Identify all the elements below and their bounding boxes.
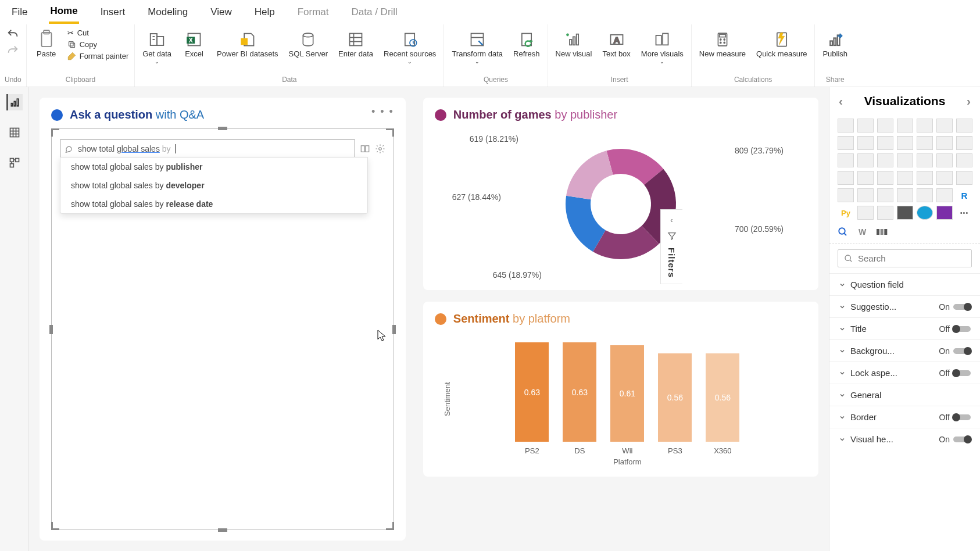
more-visuals-button[interactable]: More visuals⌄ xyxy=(639,28,685,66)
format-section-suggestio[interactable]: Suggestio...On xyxy=(829,295,980,317)
new-measure-button[interactable]: New measure xyxy=(698,28,747,60)
toggle-backgrou[interactable]: On xyxy=(939,346,971,356)
viz-type-button[interactable] xyxy=(917,206,933,220)
viz-type-button[interactable] xyxy=(956,171,972,185)
copy-button[interactable]: Copy xyxy=(67,40,129,49)
viz-type-button[interactable] xyxy=(838,153,854,167)
format-section-title[interactable]: TitleOff xyxy=(829,317,980,339)
qna-visual[interactable]: Ask a question with Q&A • • • show total… xyxy=(40,98,406,541)
viz-type-button[interactable] xyxy=(936,171,953,185)
viz-type-button[interactable] xyxy=(857,136,874,150)
sql-button[interactable]: SQL Server xyxy=(287,28,330,60)
bar-item[interactable]: 0.63DS xyxy=(563,342,596,455)
viz-type-button[interactable] xyxy=(857,153,874,167)
refresh-button[interactable]: Refresh xyxy=(512,28,542,60)
donut-visual[interactable]: Number of games by publisher 619 (18.21%… xyxy=(423,98,818,290)
qna-suggestion-3[interactable]: show total global sales by release date xyxy=(60,195,367,213)
menu-format[interactable]: Format xyxy=(296,2,330,23)
viz-type-button[interactable] xyxy=(897,119,913,133)
viz-type-button[interactable] xyxy=(877,188,893,202)
format-painter-button[interactable]: Format painter xyxy=(67,51,129,61)
cut-button[interactable]: ✂Cut xyxy=(67,28,129,38)
donut-chart[interactable]: 619 (18.21%) 809 (23.79%) 627 (18.44%) 7… xyxy=(435,128,807,280)
toggle-border[interactable]: Off xyxy=(939,413,971,422)
format-section-general[interactable]: General xyxy=(829,384,980,406)
filters-pane-collapsed[interactable]: ‹ Filters xyxy=(660,209,682,284)
format-section-question[interactable]: Question field xyxy=(829,273,980,295)
enter-data-button[interactable]: Enter data xyxy=(337,28,375,60)
toggle-visualhe[interactable]: On xyxy=(939,435,971,444)
viz-type-button[interactable] xyxy=(838,136,854,150)
bar-item[interactable]: 0.56X360 xyxy=(706,353,739,455)
bar-visual[interactable]: Sentiment by platform Sentiment 0.63PS20… xyxy=(423,302,818,477)
viz-type-button[interactable] xyxy=(936,206,953,220)
viz-type-button[interactable] xyxy=(838,188,854,202)
qna-input[interactable]: show total global sales by xyxy=(60,139,355,158)
format-section-visualhe[interactable]: Visual he...On xyxy=(829,428,980,450)
viz-type-button[interactable] xyxy=(877,136,893,150)
viz-type-button[interactable] xyxy=(857,119,874,133)
bar-item[interactable]: 0.56PS3 xyxy=(658,353,692,455)
viz-type-button[interactable] xyxy=(877,153,893,167)
undo-button[interactable] xyxy=(6,28,19,41)
viz-type-button[interactable] xyxy=(838,171,854,185)
nav-report-view[interactable] xyxy=(6,94,23,110)
donut-slice[interactable] xyxy=(566,151,613,199)
nav-data-view[interactable] xyxy=(6,124,23,141)
search-icon[interactable] xyxy=(838,227,848,237)
gear-icon[interactable] xyxy=(375,144,385,154)
viz-type-button[interactable] xyxy=(936,153,953,167)
toggle-title[interactable]: Off xyxy=(939,324,971,334)
toggle-lockaspe[interactable]: Off xyxy=(939,368,971,378)
viz-type-button[interactable]: ••• xyxy=(956,206,972,220)
paste-button[interactable]: Paste xyxy=(33,28,60,60)
format-section-backgrou[interactable]: Backgrou...On xyxy=(829,339,980,362)
excel-button[interactable]: XExcel xyxy=(180,28,208,60)
menu-help[interactable]: Help xyxy=(253,2,276,23)
viz-type-button[interactable]: R xyxy=(956,188,972,202)
viz-type-button[interactable] xyxy=(897,153,913,167)
viz-type-button[interactable] xyxy=(917,188,933,202)
menu-view[interactable]: View xyxy=(209,2,233,23)
report-canvas[interactable]: Ask a question with Q&A • • • show total… xyxy=(29,87,829,551)
viz-type-button[interactable] xyxy=(857,206,874,220)
viz-type-button[interactable] xyxy=(877,171,893,185)
menu-file[interactable]: File xyxy=(10,2,28,23)
quick-measure-button[interactable]: Quick measure xyxy=(754,28,809,60)
publish-button[interactable]: Publish xyxy=(821,28,849,60)
nav-model-view[interactable] xyxy=(6,155,23,171)
viz-type-button[interactable] xyxy=(897,206,913,220)
viz-type-button[interactable] xyxy=(956,136,972,150)
viz-type-button[interactable] xyxy=(897,136,913,150)
viz-type-button[interactable] xyxy=(936,119,953,133)
qna-suggestion-1[interactable]: show total global sales by publisher xyxy=(60,158,367,176)
pbi-datasets-button[interactable]: Power BI datasets xyxy=(215,28,280,60)
get-data-button[interactable]: Get data⌄ xyxy=(141,28,173,66)
menu-insert[interactable]: Insert xyxy=(99,2,127,23)
viz-type-button[interactable] xyxy=(877,206,893,220)
menu-data-drill[interactable]: Data / Drill xyxy=(350,2,399,23)
menu-modeling[interactable]: Modeling xyxy=(146,2,189,23)
transform-data-button[interactable]: Transform data⌄ xyxy=(450,28,505,66)
viz-search-input[interactable] xyxy=(858,253,968,263)
viz-type-button[interactable] xyxy=(917,171,933,185)
viz-type-button[interactable] xyxy=(917,153,933,167)
qna-container[interactable]: show total global sales by show total gl… xyxy=(51,128,394,530)
viz-type-button[interactable] xyxy=(917,136,933,150)
format-section-border[interactable]: BorderOff xyxy=(829,406,980,428)
format-icon[interactable] xyxy=(877,227,888,237)
qna-suggestion-2[interactable]: show total global sales by developer xyxy=(60,176,367,195)
format-section-lockaspe[interactable]: Lock aspe...Off xyxy=(829,362,980,384)
viz-type-button[interactable]: Py xyxy=(838,206,854,220)
viz-type-button[interactable] xyxy=(956,119,972,133)
redo-button[interactable] xyxy=(6,44,19,57)
viz-type-button[interactable] xyxy=(917,119,933,133)
viz-type-button[interactable] xyxy=(956,153,972,167)
new-visual-button[interactable]: New visual xyxy=(554,28,594,60)
viz-type-button[interactable] xyxy=(936,188,953,202)
viz-type-button[interactable] xyxy=(857,171,874,185)
menu-home[interactable]: Home xyxy=(49,1,78,24)
viz-type-button[interactable] xyxy=(936,136,953,150)
fields-icon[interactable]: W xyxy=(859,227,866,237)
viz-search[interactable] xyxy=(838,249,972,267)
